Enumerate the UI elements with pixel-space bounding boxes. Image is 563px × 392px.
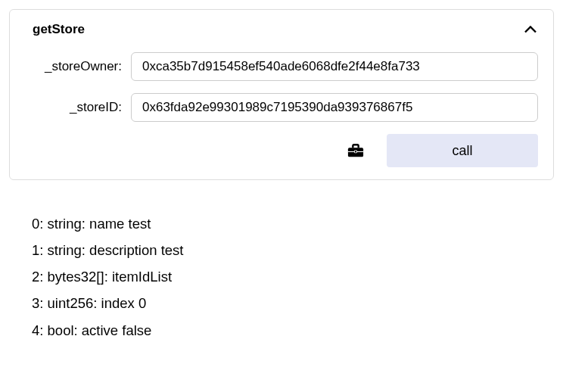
result-line: 3: uint256: index 0 bbox=[32, 290, 531, 316]
field-row-storeid: _storeID: bbox=[25, 93, 538, 122]
function-panel: getStore _storeOwner: _storeID: call bbox=[9, 9, 554, 180]
function-name: getStore bbox=[25, 22, 85, 37]
store-id-input[interactable] bbox=[131, 93, 538, 122]
chevron-up-icon bbox=[523, 22, 538, 37]
result-line: 2: bytes32[]: itemIdList bbox=[32, 263, 531, 290]
store-owner-input[interactable] bbox=[131, 52, 538, 81]
svg-rect-3 bbox=[355, 151, 356, 152]
store-owner-label: _storeOwner: bbox=[25, 59, 131, 74]
result-line: 0: string: name test bbox=[32, 210, 531, 237]
action-row: call bbox=[25, 134, 538, 167]
results-output: 0: string: name test 1: string: descript… bbox=[9, 180, 554, 344]
result-line: 1: string: description test bbox=[32, 237, 531, 263]
briefcase-icon[interactable] bbox=[347, 143, 364, 158]
call-button[interactable]: call bbox=[387, 134, 538, 167]
result-line: 4: bool: active false bbox=[32, 317, 531, 344]
field-row-storeowner: _storeOwner: bbox=[25, 52, 538, 81]
store-id-label: _storeID: bbox=[25, 100, 131, 115]
panel-header[interactable]: getStore bbox=[25, 22, 538, 37]
